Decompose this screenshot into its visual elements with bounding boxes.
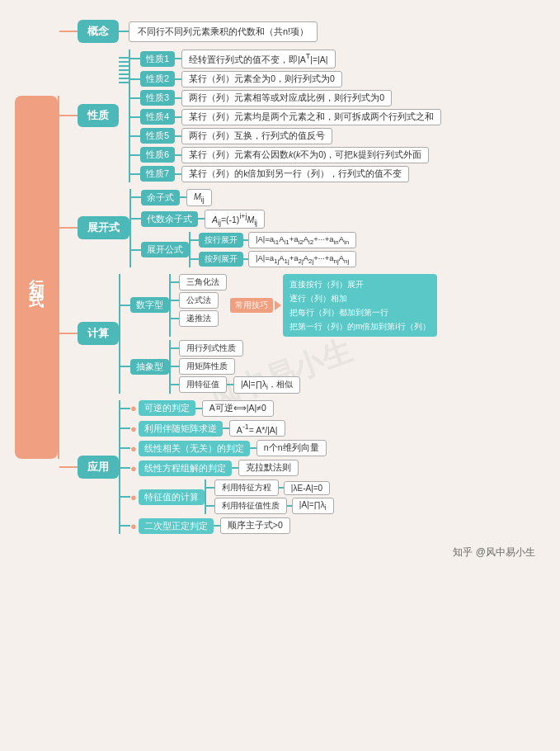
app-h1 xyxy=(120,408,130,409)
prop-row-7: 性质7 某行（列）的k倍加到另一行（列），行列式的值不变 xyxy=(130,166,441,182)
calc-n-content1: 三角化法 xyxy=(179,274,227,290)
app-lin-content: n个n维列向量 xyxy=(256,440,327,456)
branch-application: 应用 ● 可逆的判定 A可逆⟺|A|≠0 xyxy=(59,400,545,535)
prop-content-7: 某行（列）的k倍加到另一行（列），行列式的值不变 xyxy=(181,166,409,182)
app-items: ● 可逆的判定 A可逆⟺|A|≠0 ● 利用伴随矩阵求逆 xyxy=(120,400,334,535)
p2-hline xyxy=(119,61,129,63)
app-h4 xyxy=(120,467,130,469)
app-e-items: 利用特征方程 |λE-A|=0 利用特征值性质 xyxy=(206,479,334,514)
page-container: 风中易小生 行列式 概念 不同行不同列元素乘积的代数和（共n!项） xyxy=(0,0,560,751)
app-e-label1: 利用特征方程 xyxy=(214,479,279,496)
app-h3b xyxy=(250,447,256,449)
property-items: 性质1 经转置行列式的值不变，即|AT|=|A| 性质2 某行（列）元素全为0，… xyxy=(130,50,441,182)
calc-a-h3 xyxy=(171,384,179,385)
app-e-label2: 利用特征值性质 xyxy=(214,498,287,514)
branch-h-line-calc xyxy=(59,333,78,334)
app-bullet-1: ● xyxy=(130,402,137,414)
property-tree: 性质1 经转置行列式的值不变，即|AT|=|A| 性质2 某行（列）元素全为0，… xyxy=(119,50,441,182)
calc-abstract-subtree: 用行列式性质 用矩阵性质 用特征值 xyxy=(169,340,300,394)
branch-property: 性质 xyxy=(59,50,545,182)
app-h1b xyxy=(195,408,202,409)
calc-row-numeric: 数字型 三角化法 xyxy=(120,274,437,337)
calc-h1 xyxy=(120,305,130,306)
property-vline-container xyxy=(119,50,129,182)
app-h5 xyxy=(120,496,130,498)
exp-fh2 xyxy=(191,258,199,260)
app-bullet-2: ● xyxy=(130,423,137,435)
content: 行列式 概念 不同行不同列元素乘积的代数和（共n!项） 性质 xyxy=(8,17,552,560)
concept-label: 概念 xyxy=(78,20,119,43)
calc-n-content3: 递推法 xyxy=(179,310,219,327)
prop-row-1: 性质1 经转置行列式的值不变，即|AT|=|A| xyxy=(130,50,441,68)
exp-expand-content2: |A|=a1jA1j+a2jA2j+···+anjAnj xyxy=(248,251,356,267)
tip-line-4: 把第一行（列）的m倍加到第i行（列） xyxy=(289,319,431,333)
app-row-adjugate: ● 利用伴随矩阵求逆 A-1= A*/|A| xyxy=(120,420,334,437)
app-eigen-subtree: 利用特征方程 |λE-A|=0 利用特征值性质 xyxy=(205,479,334,514)
app-e-h2 xyxy=(206,505,214,507)
footer: 知乎 @风中易小生 xyxy=(8,546,552,560)
prop-label-6: 性质6 xyxy=(140,147,175,163)
branch-calculation: 计算 数字型 xyxy=(59,274,545,394)
exp-content-algcofactor: Aij=(-1)i+jMij xyxy=(205,210,265,229)
exp-expand-label1: 按行展开 xyxy=(199,233,243,248)
calc-numeric-subtree: 三角化法 公式法 递 xyxy=(169,274,227,337)
calc-a-row1: 用行列式性质 xyxy=(171,340,300,357)
expansion-label: 展开式 xyxy=(78,216,129,239)
exp-formula-items: 按行展开 |A|=ai1Ai1+ai2Ai2+···+ainAin 按列展开 xyxy=(191,232,356,267)
calc-tips-container: 常用技巧 直接按行（列）展开 逐行（列）相加 把每行（列）都加到第一行 把第一行… xyxy=(230,274,437,337)
branch-h-line-concept xyxy=(59,31,78,32)
prop-content-2: 某行（列）元素全为0，则行列式为0 xyxy=(181,71,342,87)
calc-a-content3-label: 用特征值 xyxy=(179,376,227,393)
p1-hline xyxy=(119,57,129,59)
p2-h xyxy=(130,78,140,80)
exp-expand-content1: |A|=ai1Ai1+ai2Ai2+···+ainAin xyxy=(248,232,356,248)
app-bullet-3: ● xyxy=(130,442,137,455)
branch-concept: 概念 不同行不同列元素乘积的代数和（共n!项） xyxy=(59,20,545,43)
app-adj-label: 利用伴随矩阵求逆 xyxy=(139,421,223,437)
property-label: 性质 xyxy=(78,104,119,127)
exp-label-algcofactor: 代数余子式 xyxy=(141,211,198,227)
prop-label-5: 性质5 xyxy=(140,128,175,144)
calc-n-row1: 三角化法 xyxy=(171,274,227,290)
calc-n-row3: 递推法 xyxy=(171,310,227,327)
app-lin-label: 线性相关（无关）的判定 xyxy=(139,441,250,456)
calc-row-abstract: 抽象型 用行列式性质 xyxy=(120,340,437,394)
expansion-tree: 余子式 Mij 代数余子式 Aij=(-1)i+jMij xyxy=(129,189,356,267)
app-h2 xyxy=(120,427,130,429)
prop-label-1: 性质1 xyxy=(140,51,175,67)
exp-row-formula: 展开公式 按行展开 |A|=ai1Ai1+ai2Ai2+···+ai xyxy=(131,232,356,267)
calc-a-h2 xyxy=(171,366,179,367)
p7-h xyxy=(130,173,140,175)
p3-hline xyxy=(119,65,129,67)
exp-row-expand2: 按列展开 |A|=a1jA1j+a2jA2j+···+anjAnj xyxy=(191,251,356,267)
calc-n-row2: 公式法 xyxy=(171,292,227,309)
app-row-linear: ● 线性相关（无关）的判定 n个n维列向量 xyxy=(120,440,334,456)
p4-h xyxy=(130,116,140,118)
prop-row-6: 性质6 某行（列）元素有公因数k(k不为0)，可把k提到行列式外面 xyxy=(130,147,441,163)
app-e-row2: 利用特征值性质 |A|=∏λi xyxy=(206,498,334,514)
prop-content-4: 某行（列）元素均是两个元素之和，则可拆成两个行列式之和 xyxy=(181,109,441,125)
app-bullet-4: ● xyxy=(130,462,137,475)
p3-h xyxy=(130,97,140,99)
calc-tips-box: 直接按行（列）展开 逐行（列）相加 把每行（列）都加到第一行 把第一行（列）的m… xyxy=(283,274,437,337)
branch-h-line-property xyxy=(59,115,78,116)
p1-h2 xyxy=(175,58,181,59)
p5-h2 xyxy=(175,135,181,137)
calc-numeric-content: 三角化法 公式法 递 xyxy=(169,274,437,337)
calc-a-content1: 用行列式性质 xyxy=(179,340,243,357)
calc-a-items: 用行列式性质 用矩阵性质 用特征值 xyxy=(171,340,300,394)
app-row-eigenval: ● 特征值的计算 利用特征方程 |λ xyxy=(120,479,334,514)
p6-h xyxy=(130,154,140,156)
exp-h2 xyxy=(131,218,141,220)
p1-h xyxy=(130,58,140,59)
calc-n-h3 xyxy=(171,318,179,319)
prop-content-6: 某行（列）元素有公因数k(k不为0)，可把k提到行列式外面 xyxy=(181,147,429,163)
branch-h-line-app xyxy=(59,466,78,468)
tip-line-2: 逐行（列）相加 xyxy=(289,291,431,305)
prop-row-5: 性质5 两行（列）互换，行列式的值反号 xyxy=(130,128,441,144)
exp-content-cofactor: Mij xyxy=(186,189,212,206)
prop-row-2: 性质2 某行（列）元素全为0，则行列式为0 xyxy=(130,71,441,87)
exp-label-cofactor: 余子式 xyxy=(141,190,180,205)
calc-tips-label: 常用技巧 xyxy=(230,298,273,313)
prop-row-4: 性质4 某行（列）元素均是两个元素之和，则可拆成两个行列式之和 xyxy=(130,109,441,125)
